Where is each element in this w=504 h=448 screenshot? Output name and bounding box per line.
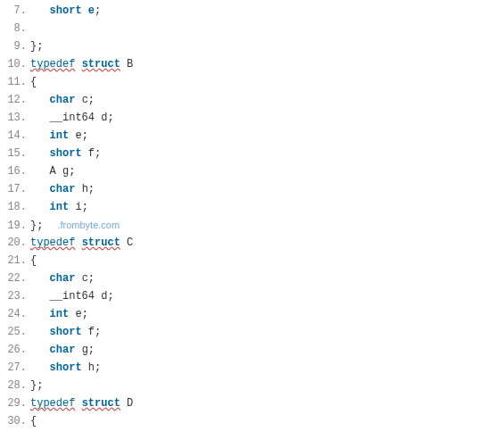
code-line: 23. __int64 d; [0,287,504,305]
line-number: 25. [0,323,30,341]
code-line: 29.typedef struct D [0,394,504,412]
watermark-text: .frombyte.com [57,220,120,230]
token-punct: ; [88,183,95,195]
token-punct: ; [69,165,75,178]
code-line: 7. short e; [0,2,504,20]
code-content: };.frombyte.com [30,216,120,235]
code-line: 30.{ [0,412,504,430]
line-number: 23. [0,287,30,305]
token-ident: C [127,236,133,249]
code-content: char c; [30,91,95,109]
code-line: 16. A g; [0,162,504,180]
code-content: typedef struct D [30,394,133,412]
token-ident: A [50,165,56,178]
line-number: 18. [0,198,30,216]
token-punct: { [30,76,37,88]
token-ident: e [75,308,81,320]
token-ident: h [82,183,88,195]
code-content: short h; [30,359,101,377]
code-content: }; [30,37,43,55]
token-kw: short [50,147,82,160]
code-content: { [30,73,37,91]
token-ident: h [88,361,95,374]
token-punct: }; [30,40,43,53]
line-number: 30. [0,412,30,430]
code-line: 15. short f; [0,145,504,162]
code-line: 19.};.frombyte.com [0,216,504,234]
code-content: int e; [30,127,88,145]
code-line: 25. short f; [0,323,504,341]
line-number: 14. [0,127,30,145]
line-number: 28. [0,377,30,394]
token-typedef: typedef [30,236,75,249]
line-number: 11. [0,73,30,91]
code-line: 11.{ [0,73,504,91]
code-line: 27. short h; [0,359,504,377]
token-ident: __int64 [50,112,95,124]
code-content: typedef struct B [30,55,133,73]
token-struct: struct [82,58,120,71]
code-line: 8. [0,20,504,37]
code-content: char g; [30,341,95,359]
code-line: 20.typedef struct C [0,234,504,252]
code-content: typedef struct C [30,234,133,252]
line-number: 15. [0,145,30,162]
code-line: 24. int e; [0,305,504,323]
code-line: 14. int e; [0,127,504,145]
token-ident: __int64 [50,290,95,303]
line-number: 13. [0,109,30,127]
token-struct: struct [82,397,120,410]
token-punct: }; [30,379,43,392]
code-content: __int64 d; [30,109,114,127]
code-line: 12. char c; [0,91,504,109]
line-number: 29. [0,394,30,412]
token-struct: struct [82,236,120,249]
token-punct: ; [95,4,101,17]
token-punct: { [30,415,37,427]
token-kw: short [50,361,82,374]
code-content: int e; [30,305,88,323]
line-number: 21. [0,252,30,270]
token-ident: c [82,272,88,285]
code-line: 13. __int64 d; [0,109,504,127]
token-punct: ; [95,361,101,374]
code-content: { [30,252,37,270]
line-number: 12. [0,91,30,109]
token-punct: ; [107,112,113,124]
line-number: 17. [0,180,30,198]
token-punct: ; [82,201,88,213]
code-content: __int64 d; [30,287,114,305]
line-number: 27. [0,359,30,377]
code-line: 18. int i; [0,198,504,216]
token-kw: char [50,94,76,106]
token-punct: { [30,254,37,267]
token-punct: ; [88,272,95,285]
code-content: }; [30,377,43,394]
line-number: 9. [0,37,30,55]
code-line: 28.}; [0,377,504,394]
code-content: short e; [30,2,101,20]
token-ident: f [88,326,95,338]
token-kw: e [88,4,95,17]
line-number: 24. [0,305,30,323]
token-typedef: typedef [30,397,75,410]
code-content: A g; [30,162,75,180]
token-punct: }; [30,220,43,232]
token-typedef: typedef [30,58,75,71]
code-line: 21.{ [0,252,504,270]
line-number: 16. [0,162,30,180]
token-kw: char [50,183,76,195]
code-content: { [30,412,37,430]
token-punct: ; [95,147,101,160]
token-ident: B [127,58,133,71]
token-kw: short [50,4,82,17]
token-kw: char [50,272,76,285]
token-ident: i [75,201,81,213]
token-kw: int [50,201,70,213]
token-kw: int [50,308,70,320]
code-content: char h; [30,180,95,198]
token-ident: D [127,397,133,410]
code-line: 22. char c; [0,270,504,287]
code-line: 26. char g; [0,341,504,359]
token-ident: c [82,94,88,106]
